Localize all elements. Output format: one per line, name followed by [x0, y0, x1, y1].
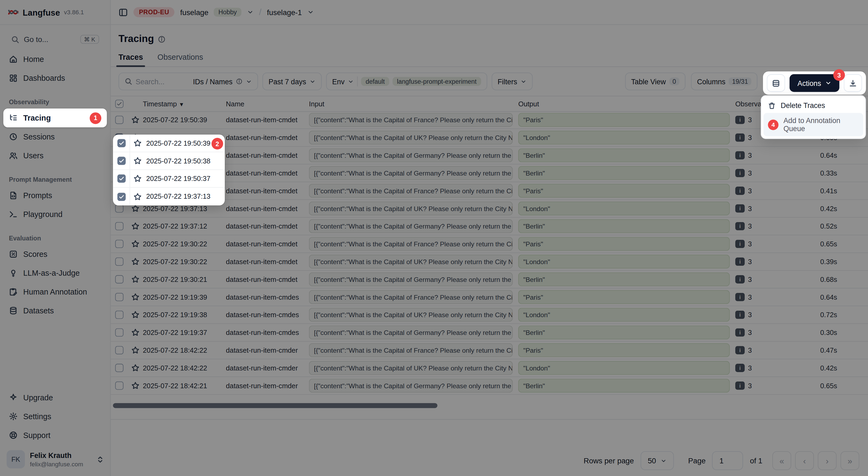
row-height-button[interactable] [767, 74, 785, 92]
row-timestamp: 2025-07-22 19:37:13 [145, 193, 225, 200]
selected-row-highlight[interactable]: 2025-07-22 19:50:38 [113, 152, 225, 170]
actions-button[interactable]: Actions 3 [789, 74, 839, 92]
row-timestamp: 2025-07-22 19:50:38 [145, 157, 225, 165]
row-height-icon [772, 79, 780, 87]
row-checkbox[interactable] [117, 174, 125, 183]
row-checkbox[interactable] [117, 192, 125, 201]
app-window: Langfuse v3.86.1 Go to... ⌘ K Home Dashb… [0, 0, 868, 476]
menu-item-add-to-annotation-queue[interactable]: 4 Add to Annotation Queue [764, 113, 863, 136]
star-icon[interactable] [133, 174, 142, 183]
tracing-icon [9, 114, 18, 123]
download-icon [849, 79, 857, 87]
actions-dropdown-menu: Delete Traces 4 Add to Annotation Queue [761, 95, 866, 139]
row-checkbox[interactable] [117, 139, 125, 147]
selected-row-highlight[interactable]: 2025-07-22 19:50:37 [113, 170, 225, 188]
actions-spotlight: Actions 3 [763, 71, 866, 95]
sidebar-item-tracing[interactable]: Tracing 1 [3, 108, 107, 127]
star-icon[interactable] [133, 157, 142, 165]
row-checkbox[interactable] [117, 157, 125, 165]
chevron-down-icon [825, 80, 832, 87]
tour-step-3-badge: 3 [833, 69, 845, 81]
tour-dim-overlay [0, 0, 868, 476]
trash-icon [768, 101, 776, 109]
tour-step-1-badge: 1 [90, 112, 101, 124]
sidebar-item-label: Tracing [23, 114, 51, 123]
export-button[interactable] [844, 74, 862, 92]
tour-step-4-badge: 4 [768, 119, 778, 130]
row-timestamp: 2025-07-22 19:50:37 [145, 175, 225, 183]
selected-row-highlight[interactable]: 2025-07-22 19:37:13 [113, 188, 225, 205]
star-icon[interactable] [133, 139, 142, 147]
menu-item-delete-traces[interactable]: Delete Traces [764, 98, 863, 113]
star-icon[interactable] [133, 192, 142, 201]
row-timestamp: 2025-07-22 19:50:39 [145, 139, 225, 147]
selected-rows-spotlight: 2 2025-07-22 19:50:39 2025-07-22 19:50:3… [113, 135, 225, 205]
selected-row-highlight[interactable]: 2025-07-22 19:50:39 [113, 135, 225, 152]
